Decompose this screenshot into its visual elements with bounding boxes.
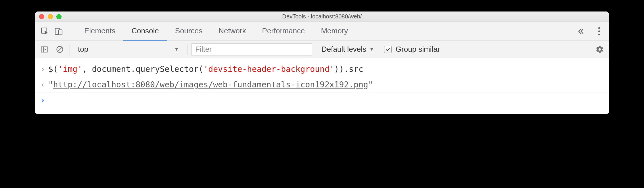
group-similar-checkbox[interactable] xyxy=(384,46,392,53)
toggle-sidebar-icon[interactable] xyxy=(39,44,50,55)
tab-network[interactable]: Network xyxy=(210,22,254,41)
svg-rect-6 xyxy=(41,47,47,52)
console-output-value: "http://localhost:8080/web/images/web-fu… xyxy=(48,79,373,91)
traffic-lights xyxy=(35,14,62,19)
tab-memory[interactable]: Memory xyxy=(313,22,356,41)
input-chevron-icon: › xyxy=(40,63,48,75)
window-title: DevTools - localhost:8080/web/ xyxy=(35,13,609,20)
prompt-chevron-icon: › xyxy=(40,95,48,107)
context-label: top xyxy=(78,45,88,54)
svg-point-3 xyxy=(598,27,600,29)
svg-rect-2 xyxy=(59,30,62,34)
svg-line-9 xyxy=(58,47,62,51)
context-selector[interactable]: top ▼ xyxy=(74,44,183,55)
group-similar-label: Group similar xyxy=(396,45,440,54)
inspect-tools xyxy=(38,24,76,38)
console-input-code[interactable]: $('img', document.querySelector('devsite… xyxy=(48,63,363,75)
tab-console[interactable]: Console xyxy=(123,22,167,41)
output-url-link[interactable]: http://localhost:8080/web/images/web-fun… xyxy=(53,80,368,89)
settings-gear-icon[interactable] xyxy=(594,44,605,55)
separator xyxy=(187,44,187,55)
filter-input[interactable] xyxy=(191,43,312,55)
tab-elements[interactable]: Elements xyxy=(76,22,123,41)
chevron-down-icon: ▼ xyxy=(174,46,179,52)
chevron-down-icon: ▼ xyxy=(369,46,374,52)
console-input-row: › $('img', document.querySelector('devsi… xyxy=(35,62,609,77)
maximize-window-button[interactable] xyxy=(56,14,62,19)
separator xyxy=(590,26,590,37)
titlebar: DevTools - localhost:8080/web/ xyxy=(35,11,609,22)
panel-tab-bar: Elements Console Sources Network Perform… xyxy=(35,22,609,41)
inspect-element-icon[interactable] xyxy=(38,24,52,38)
console-body: › $('img', document.querySelector('devsi… xyxy=(35,58,609,114)
console-toolbar: top ▼ Default levels ▼ Group similar xyxy=(35,41,609,58)
tabs: Elements Console Sources Network Perform… xyxy=(76,22,356,41)
tab-performance[interactable]: Performance xyxy=(254,22,313,41)
svg-point-4 xyxy=(598,30,600,32)
output-chevron-icon: ‹ xyxy=(40,79,48,91)
device-toggle-icon[interactable] xyxy=(52,24,66,38)
svg-point-5 xyxy=(598,34,600,35)
log-levels-selector[interactable]: Default levels ▼ xyxy=(316,45,374,54)
tab-sources[interactable]: Sources xyxy=(167,22,210,41)
minimize-window-button[interactable] xyxy=(48,14,53,19)
console-prompt-row[interactable]: › xyxy=(35,93,609,108)
more-tabs-button[interactable] xyxy=(574,27,587,35)
console-output-row: ‹ "http://localhost:8080/web/images/web-… xyxy=(35,77,609,93)
close-window-button[interactable] xyxy=(39,14,44,19)
kebab-menu-icon[interactable] xyxy=(592,27,606,36)
separator xyxy=(68,26,68,37)
clear-console-icon[interactable] xyxy=(54,44,66,55)
levels-label: Default levels xyxy=(321,45,366,54)
separator xyxy=(70,44,70,55)
devtools-window: DevTools - localhost:8080/web/ Elements … xyxy=(35,11,609,114)
